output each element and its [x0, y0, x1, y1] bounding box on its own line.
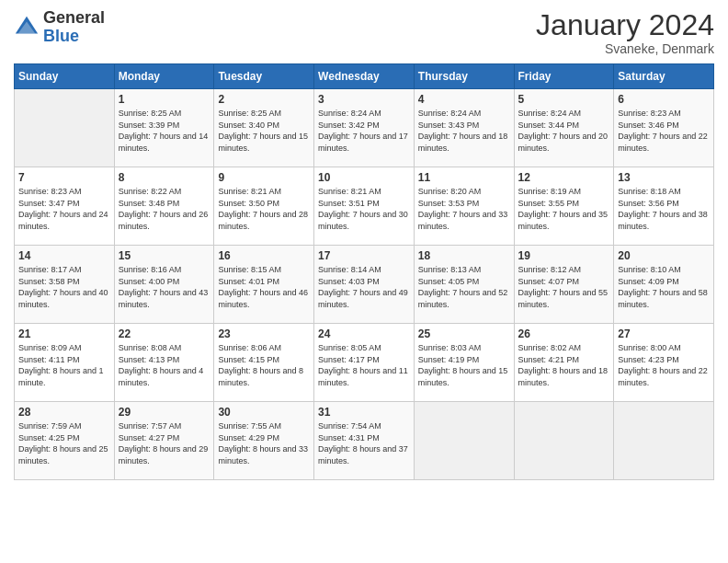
page: General Blue January 2024 Svaneke, Denma… [0, 0, 728, 563]
logo-blue-text: Blue [43, 28, 105, 46]
table-row [414, 402, 514, 480]
day-number: 28 [18, 406, 110, 419]
table-row: 31Sunrise: 7:54 AMSunset: 4:31 PMDayligh… [314, 402, 415, 480]
day-info: Sunrise: 7:57 AMSunset: 4:27 PMDaylight:… [119, 420, 210, 466]
day-number: 3 [318, 93, 410, 106]
logo-icon [14, 15, 40, 40]
header-friday: Friday [514, 64, 614, 89]
day-info: Sunrise: 8:02 AMSunset: 4:21 PMDaylight:… [518, 342, 610, 388]
day-number: 9 [218, 171, 310, 184]
table-row: 6Sunrise: 8:23 AMSunset: 3:46 PMDaylight… [614, 89, 714, 167]
header-sunday: Sunday [15, 64, 115, 89]
table-row: 4Sunrise: 8:24 AMSunset: 3:43 PMDaylight… [414, 89, 514, 167]
table-row: 25Sunrise: 8:03 AMSunset: 4:19 PMDayligh… [414, 324, 514, 402]
day-info: Sunrise: 8:23 AMSunset: 3:46 PMDaylight:… [618, 108, 710, 154]
title-block: January 2024 Svaneke, Denmark [536, 9, 714, 56]
calendar-table: Sunday Monday Tuesday Wednesday Thursday… [14, 63, 714, 480]
day-number: 11 [418, 171, 510, 184]
header: General Blue January 2024 Svaneke, Denma… [14, 9, 714, 56]
day-info: Sunrise: 8:25 AMSunset: 3:40 PMDaylight:… [218, 108, 310, 154]
day-number: 30 [218, 406, 310, 419]
table-row: 23Sunrise: 8:06 AMSunset: 4:15 PMDayligh… [214, 324, 314, 402]
table-row: 13Sunrise: 8:18 AMSunset: 3:56 PMDayligh… [614, 167, 714, 246]
month-title: January 2024 [536, 9, 714, 41]
day-info: Sunrise: 8:17 AMSunset: 3:58 PMDaylight:… [18, 264, 110, 310]
day-info: Sunrise: 8:03 AMSunset: 4:19 PMDaylight:… [418, 342, 510, 388]
calendar-header-row: Sunday Monday Tuesday Wednesday Thursday… [15, 64, 714, 89]
day-number: 13 [618, 171, 710, 184]
day-number: 1 [119, 93, 210, 106]
table-row: 14Sunrise: 8:17 AMSunset: 3:58 PMDayligh… [15, 246, 115, 324]
day-info: Sunrise: 8:10 AMSunset: 4:09 PMDaylight:… [618, 264, 710, 310]
table-row: 2Sunrise: 8:25 AMSunset: 3:40 PMDaylight… [214, 89, 314, 167]
day-number: 5 [518, 93, 610, 106]
table-row: 12Sunrise: 8:19 AMSunset: 3:55 PMDayligh… [514, 167, 614, 246]
day-info: Sunrise: 8:20 AMSunset: 3:53 PMDaylight:… [418, 186, 510, 232]
day-info: Sunrise: 8:24 AMSunset: 3:44 PMDaylight:… [518, 108, 610, 154]
table-row: 27Sunrise: 8:00 AMSunset: 4:23 PMDayligh… [614, 324, 714, 402]
header-monday: Monday [114, 64, 214, 89]
table-row: 7Sunrise: 8:23 AMSunset: 3:47 PMDaylight… [15, 167, 115, 246]
table-row: 30Sunrise: 7:55 AMSunset: 4:29 PMDayligh… [214, 402, 314, 480]
day-info: Sunrise: 8:21 AMSunset: 3:51 PMDaylight:… [318, 186, 410, 232]
day-info: Sunrise: 8:14 AMSunset: 4:03 PMDaylight:… [318, 264, 410, 310]
day-info: Sunrise: 7:54 AMSunset: 4:31 PMDaylight:… [318, 420, 410, 466]
table-row [15, 89, 115, 167]
day-number: 4 [418, 93, 510, 106]
logo-text: General Blue [43, 9, 105, 46]
day-number: 7 [18, 171, 110, 184]
table-row: 3Sunrise: 8:24 AMSunset: 3:42 PMDaylight… [314, 89, 415, 167]
calendar-week-4: 21Sunrise: 8:09 AMSunset: 4:11 PMDayligh… [15, 324, 714, 402]
table-row: 26Sunrise: 8:02 AMSunset: 4:21 PMDayligh… [514, 324, 614, 402]
day-info: Sunrise: 7:55 AMSunset: 4:29 PMDaylight:… [218, 420, 310, 466]
day-number: 6 [618, 93, 710, 106]
day-info: Sunrise: 8:06 AMSunset: 4:15 PMDaylight:… [218, 342, 310, 388]
day-info: Sunrise: 8:08 AMSunset: 4:13 PMDaylight:… [119, 342, 210, 388]
table-row: 5Sunrise: 8:24 AMSunset: 3:44 PMDaylight… [514, 89, 614, 167]
calendar-week-2: 7Sunrise: 8:23 AMSunset: 3:47 PMDaylight… [15, 167, 714, 246]
day-info: Sunrise: 8:21 AMSunset: 3:50 PMDaylight:… [218, 186, 310, 232]
day-number: 14 [18, 249, 110, 262]
day-number: 19 [518, 249, 610, 262]
day-number: 22 [119, 327, 210, 340]
day-number: 21 [18, 327, 110, 340]
table-row: 1Sunrise: 8:25 AMSunset: 3:39 PMDaylight… [114, 89, 214, 167]
calendar-week-3: 14Sunrise: 8:17 AMSunset: 3:58 PMDayligh… [15, 246, 714, 324]
day-info: Sunrise: 8:22 AMSunset: 3:48 PMDaylight:… [119, 186, 210, 232]
day-info: Sunrise: 8:09 AMSunset: 4:11 PMDaylight:… [18, 342, 110, 388]
table-row [614, 402, 714, 480]
logo: General Blue [14, 9, 105, 46]
table-row: 28Sunrise: 7:59 AMSunset: 4:25 PMDayligh… [15, 402, 115, 480]
day-number: 2 [218, 93, 310, 106]
table-row: 29Sunrise: 7:57 AMSunset: 4:27 PMDayligh… [114, 402, 214, 480]
day-number: 23 [218, 327, 310, 340]
table-row: 21Sunrise: 8:09 AMSunset: 4:11 PMDayligh… [15, 324, 115, 402]
day-number: 10 [318, 171, 410, 184]
logo-general-text: General [43, 9, 105, 28]
day-info: Sunrise: 8:15 AMSunset: 4:01 PMDaylight:… [218, 264, 310, 310]
day-info: Sunrise: 8:05 AMSunset: 4:17 PMDaylight:… [318, 342, 410, 388]
day-number: 18 [418, 249, 510, 262]
day-number: 20 [618, 249, 710, 262]
day-number: 8 [119, 171, 210, 184]
calendar-week-5: 28Sunrise: 7:59 AMSunset: 4:25 PMDayligh… [15, 402, 714, 480]
day-info: Sunrise: 8:13 AMSunset: 4:05 PMDaylight:… [418, 264, 510, 310]
table-row: 8Sunrise: 8:22 AMSunset: 3:48 PMDaylight… [114, 167, 214, 246]
day-info: Sunrise: 7:59 AMSunset: 4:25 PMDaylight:… [18, 420, 110, 466]
table-row: 11Sunrise: 8:20 AMSunset: 3:53 PMDayligh… [414, 167, 514, 246]
header-wednesday: Wednesday [314, 64, 415, 89]
table-row: 19Sunrise: 8:12 AMSunset: 4:07 PMDayligh… [514, 246, 614, 324]
location-subtitle: Svaneke, Denmark [536, 41, 714, 56]
day-number: 16 [218, 249, 310, 262]
day-number: 31 [318, 406, 410, 419]
day-info: Sunrise: 8:16 AMSunset: 4:00 PMDaylight:… [119, 264, 210, 310]
day-info: Sunrise: 8:19 AMSunset: 3:55 PMDaylight:… [518, 186, 610, 232]
day-number: 12 [518, 171, 610, 184]
table-row: 22Sunrise: 8:08 AMSunset: 4:13 PMDayligh… [114, 324, 214, 402]
header-thursday: Thursday [414, 64, 514, 89]
table-row: 9Sunrise: 8:21 AMSunset: 3:50 PMDaylight… [214, 167, 314, 246]
day-number: 17 [318, 249, 410, 262]
table-row: 24Sunrise: 8:05 AMSunset: 4:17 PMDayligh… [314, 324, 415, 402]
day-info: Sunrise: 8:12 AMSunset: 4:07 PMDaylight:… [518, 264, 610, 310]
day-number: 25 [418, 327, 510, 340]
